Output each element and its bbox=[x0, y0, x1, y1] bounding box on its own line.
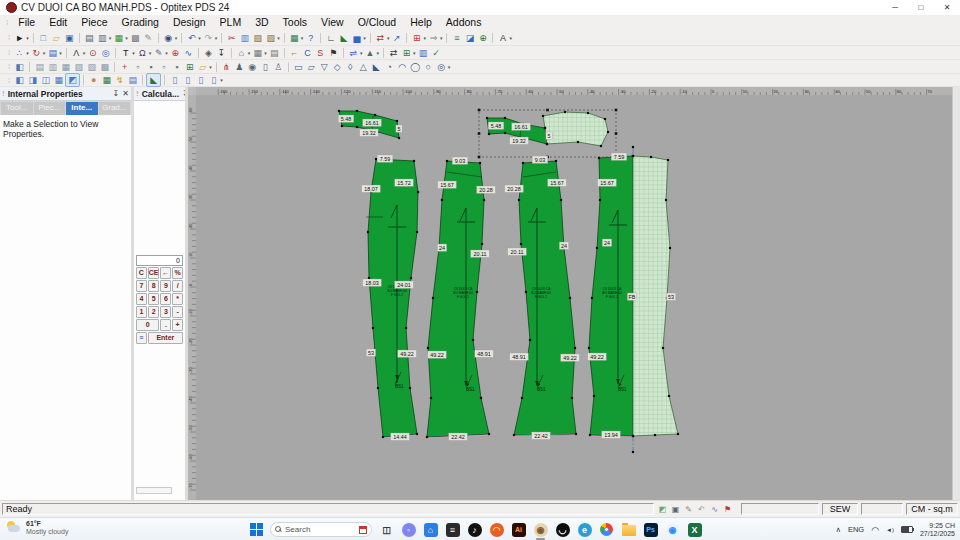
new-file-icon[interactable]: □ bbox=[37, 32, 50, 44]
overlap-check-icon[interactable]: ◩ bbox=[657, 504, 668, 515]
move-piece-icon[interactable]: + bbox=[118, 61, 131, 73]
pin-tool-icon[interactable]: ⊕ bbox=[169, 47, 182, 59]
language-indicator[interactable]: ENG bbox=[848, 525, 864, 534]
menu-edit[interactable]: Edit bbox=[42, 15, 74, 30]
select-tool-icon[interactable]: ► bbox=[13, 32, 26, 44]
calc-key-7[interactable]: 7 bbox=[136, 280, 147, 292]
dropdown-arrow-icon[interactable]: ▾ bbox=[360, 50, 363, 56]
calc-key-C[interactable]: C bbox=[136, 267, 147, 279]
spline-icon[interactable]: S bbox=[314, 47, 327, 59]
dropdown-arrow-icon[interactable]: ▾ bbox=[423, 35, 426, 41]
copy-icon[interactable]: ▥ bbox=[238, 32, 251, 44]
excel-icon[interactable]: X bbox=[687, 522, 702, 537]
shape-right-triangle-icon[interactable]: ◣ bbox=[370, 61, 383, 73]
close-panel-icon[interactable]: ✕ bbox=[122, 89, 129, 98]
save-icon[interactable]: ▣ bbox=[63, 32, 76, 44]
plot-icon[interactable]: ▤ bbox=[46, 47, 59, 59]
pin-icon[interactable]: ↧ bbox=[182, 89, 185, 98]
anchor-icon[interactable]: ↧ bbox=[215, 47, 228, 59]
dropdown-arrow-icon[interactable]: ▾ bbox=[132, 50, 135, 56]
zoom-icon[interactable]: ◉ bbox=[162, 32, 175, 44]
waistband-piece-b-mesh[interactable] bbox=[543, 112, 608, 146]
shape-arc-icon[interactable]: ◠ bbox=[396, 61, 409, 73]
doc-3-icon[interactable]: ▯ bbox=[194, 74, 207, 86]
chat-icon[interactable]: ◦ bbox=[401, 522, 416, 537]
calculator-display[interactable]: 0 bbox=[136, 255, 183, 266]
calc-key-x[interactable]: ≡ bbox=[136, 332, 147, 344]
minimize-button[interactable]: ─ bbox=[882, 0, 908, 15]
small-piece-1-icon[interactable]: ▫ bbox=[131, 61, 144, 73]
pattern-canvas[interactable]: -160-150-140-130-120-110-100-90-80-70-60… bbox=[188, 87, 952, 500]
undo-icon[interactable]: ↶ bbox=[185, 32, 198, 44]
calc-key-8[interactable]: 8 bbox=[148, 280, 160, 292]
pane-active-icon[interactable]: ◩ bbox=[65, 73, 80, 87]
dropdown-arrow-icon[interactable]: ▾ bbox=[215, 35, 218, 41]
calc-key-x[interactable]: / bbox=[172, 280, 183, 292]
font-tool-icon[interactable]: A bbox=[496, 32, 509, 44]
battery-icon[interactable] bbox=[901, 526, 913, 533]
weather-widget[interactable]: 61°F Mostly cloudy bbox=[6, 520, 68, 536]
dropdown-arrow-icon[interactable]: ▾ bbox=[448, 64, 451, 70]
mirror-icon[interactable]: ⇌ bbox=[347, 47, 360, 59]
file-explorer-icon[interactable] bbox=[621, 522, 636, 537]
calc-key-x[interactable]: * bbox=[172, 293, 183, 305]
piece-view-2-icon[interactable]: ▥ bbox=[46, 61, 59, 73]
new-piece-icon[interactable]: ◪ bbox=[463, 32, 476, 44]
panel-scrollbar[interactable] bbox=[136, 487, 172, 494]
shape-rectangle-icon[interactable]: ▭ bbox=[292, 61, 305, 73]
person-2-icon[interactable]: ♙ bbox=[272, 61, 285, 73]
edge-icon[interactable]: e bbox=[577, 522, 592, 537]
dropdown-arrow-icon[interactable]: ▾ bbox=[277, 35, 280, 41]
dropdown-arrow-icon[interactable]: ▾ bbox=[413, 50, 416, 56]
calc-key-3[interactable]: 3 bbox=[160, 306, 171, 318]
print-preview-icon[interactable]: ▥ bbox=[96, 32, 109, 44]
shape-triangle-icon[interactable]: △ bbox=[357, 61, 370, 73]
annotate-icon[interactable]: ✎ bbox=[683, 504, 694, 515]
eye-icon[interactable]: ◉ bbox=[246, 61, 259, 73]
volume-icon[interactable]: ◄) bbox=[886, 527, 894, 533]
search-box[interactable]: Search bbox=[270, 522, 372, 537]
dropdown-arrow-icon[interactable]: ▾ bbox=[26, 35, 29, 41]
dropdown-arrow-icon[interactable]: ▾ bbox=[149, 50, 152, 56]
illustrator-icon[interactable]: Ai bbox=[511, 522, 526, 537]
canvas-right-scrollbar[interactable] bbox=[952, 87, 960, 500]
calc-key-x[interactable]: - bbox=[172, 306, 183, 318]
optitex-icon[interactable]: ◉ bbox=[533, 522, 548, 537]
calc-key-1[interactable]: 1 bbox=[136, 306, 147, 318]
pane-right-icon[interactable]: ◨ bbox=[26, 74, 39, 86]
chart-icon[interactable]: ▅ bbox=[350, 32, 363, 44]
shape-ellipse-icon[interactable]: ◯ bbox=[409, 61, 422, 73]
lightning-icon[interactable]: ↯ bbox=[113, 74, 126, 86]
grid-table-icon[interactable]: ▦ bbox=[100, 74, 113, 86]
clock[interactable]: 9:25 CH 27/12/2025 bbox=[920, 522, 955, 538]
walk-tool-icon[interactable]: Λ bbox=[70, 47, 83, 59]
notes-icon[interactable]: ≡ bbox=[445, 522, 460, 537]
dropdown-arrow-icon[interactable]: ▾ bbox=[175, 35, 178, 41]
tab-inte[interactable]: Inte... bbox=[66, 102, 98, 115]
store-icon[interactable]: ⌂ bbox=[423, 522, 438, 537]
dropdown-arrow-icon[interactable]: ▾ bbox=[26, 50, 29, 56]
color-picker-icon[interactable]: ✎ bbox=[142, 32, 155, 44]
doc-1-icon[interactable]: ▯ bbox=[168, 74, 181, 86]
share-icon[interactable]: ↗ bbox=[390, 32, 403, 44]
menu-grading[interactable]: Grading bbox=[115, 15, 166, 30]
calc-key-9[interactable]: 9 bbox=[160, 280, 171, 292]
embed-icon[interactable]: ▩ bbox=[129, 32, 142, 44]
tab-tool[interactable]: Tool... bbox=[1, 102, 33, 115]
key-icon[interactable]: ⌐ bbox=[288, 47, 301, 59]
close-button[interactable]: ✕ bbox=[934, 0, 960, 15]
task-view-icon[interactable]: ◫ bbox=[379, 522, 394, 537]
zoom-icon[interactable]: ◉ bbox=[665, 522, 680, 537]
leg-panel-1[interactable] bbox=[368, 159, 418, 437]
fence-icon[interactable]: ▤ bbox=[268, 47, 281, 59]
wifi-icon[interactable]: ◠ bbox=[871, 525, 879, 535]
undo-history-icon[interactable]: ↶ bbox=[696, 504, 707, 515]
small-piece-4-icon[interactable]: ▪ bbox=[170, 61, 183, 73]
calc-key-4[interactable]: 4 bbox=[136, 293, 147, 305]
calc-key-x[interactable]: % bbox=[172, 267, 183, 279]
menu-file[interactable]: File bbox=[11, 15, 42, 30]
person-icon[interactable]: ♟ bbox=[233, 61, 246, 73]
firefox-icon[interactable]: ◠ bbox=[489, 522, 504, 537]
menu-addons[interactable]: Addons bbox=[439, 15, 489, 30]
check-doc-icon[interactable]: ✓ bbox=[429, 47, 442, 59]
